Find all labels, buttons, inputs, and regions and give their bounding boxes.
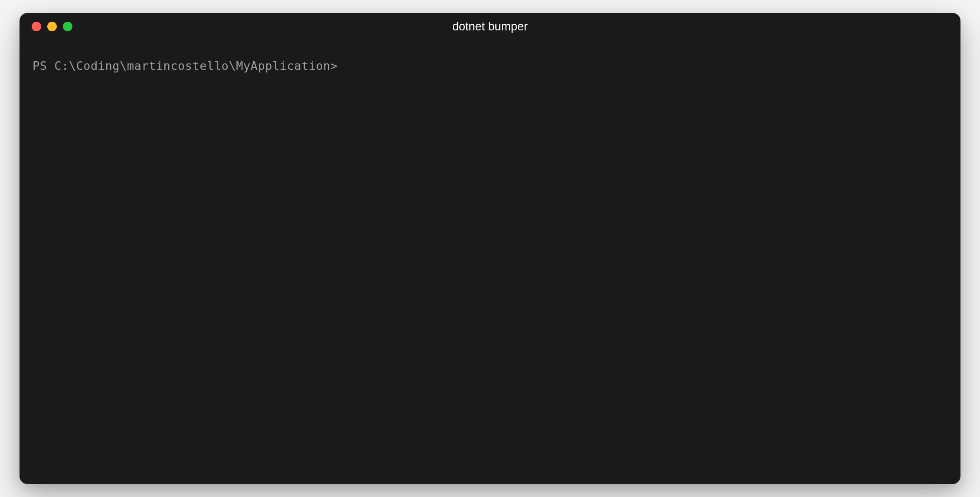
terminal-window: dotnet bumper PS C:\Coding\martincostell…	[20, 13, 960, 484]
terminal-body[interactable]: PS C:\Coding\martincostello\MyApplicatio…	[20, 40, 960, 484]
traffic-lights	[32, 22, 72, 31]
window-title: dotnet bumper	[452, 20, 528, 33]
prompt-line: PS C:\Coding\martincostello\MyApplicatio…	[33, 57, 947, 75]
close-button[interactable]	[32, 22, 41, 31]
title-bar: dotnet bumper	[20, 13, 960, 40]
prompt-text: PS C:\Coding\martincostello\MyApplicatio…	[33, 57, 338, 75]
maximize-button[interactable]	[63, 22, 72, 31]
terminal-input[interactable]	[340, 59, 947, 72]
minimize-button[interactable]	[47, 22, 57, 31]
